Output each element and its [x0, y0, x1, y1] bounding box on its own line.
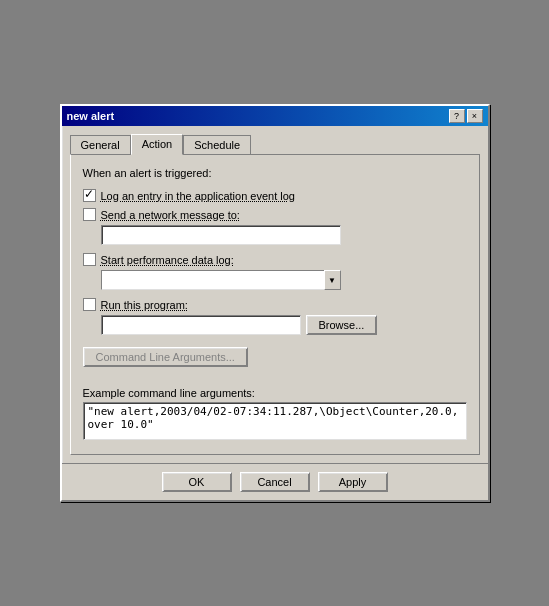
tab-bar: General Action Schedule: [70, 134, 480, 155]
network-message-input[interactable]: [101, 225, 341, 245]
label-network-msg: Send a network message to:: [101, 209, 240, 221]
browse-button[interactable]: Browse...: [306, 315, 378, 335]
dialog-content: General Action Schedule When an alert is…: [62, 126, 488, 463]
option-row-network: Send a network message to:: [83, 208, 467, 221]
cancel-button[interactable]: Cancel: [240, 472, 310, 492]
ok-button[interactable]: OK: [162, 472, 232, 492]
help-button[interactable]: ?: [449, 109, 465, 123]
trigger-label: When an alert is triggered:: [83, 167, 467, 179]
dialog-window: new alert ? × General Action Schedule Wh…: [60, 104, 490, 502]
close-button[interactable]: ×: [467, 109, 483, 123]
option-row-program: Run this program:: [83, 298, 467, 311]
title-bar-text: new alert: [67, 110, 115, 122]
label-log-event: Log an entry in the application event lo…: [101, 190, 295, 202]
label-perf-log: Start performance data log:: [101, 254, 234, 266]
tab-general[interactable]: General: [70, 135, 131, 156]
tab-schedule[interactable]: Schedule: [183, 135, 251, 156]
checkbox-perf-log[interactable]: [83, 253, 96, 266]
title-bar: new alert ? ×: [62, 106, 488, 126]
tab-action[interactable]: Action: [131, 134, 184, 155]
checkbox-run-program[interactable]: [83, 298, 96, 311]
checkbox-log-event[interactable]: [83, 189, 96, 202]
option-row-log: Log an entry in the application event lo…: [83, 189, 467, 202]
option-row-perf: Start performance data log:: [83, 253, 467, 266]
apply-button[interactable]: Apply: [318, 472, 388, 492]
perf-log-input-row: ▼: [101, 270, 467, 290]
program-input-row: Browse...: [101, 315, 467, 335]
title-bar-controls: ? ×: [449, 109, 483, 123]
tab-panel-action: When an alert is triggered: Log an entry…: [70, 154, 480, 455]
perf-log-select[interactable]: [101, 270, 341, 290]
perf-log-dropdown-wrapper: ▼: [101, 270, 341, 290]
example-label: Example command line arguments:: [83, 387, 467, 399]
program-path-input[interactable]: [101, 315, 301, 335]
checkbox-network-msg[interactable]: [83, 208, 96, 221]
dialog-footer: OK Cancel Apply: [62, 463, 488, 500]
label-run-program: Run this program:: [101, 299, 188, 311]
example-text: "new alert,2003/04/02-07:34:11.287,\Obje…: [83, 402, 467, 440]
network-input-row: [101, 225, 467, 245]
cmd-args-button[interactable]: Command Line Arguments...: [83, 347, 248, 367]
